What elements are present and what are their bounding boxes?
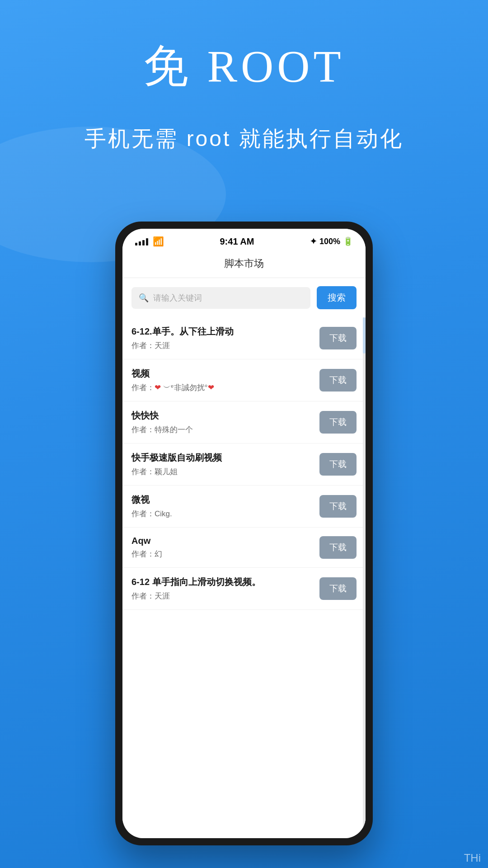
bottom-watermark: THi: [457, 848, 488, 868]
script-name: 6-12 单手指向上滑动切换视频。: [131, 576, 312, 588]
scroll-thumb: [363, 317, 366, 354]
script-list: 6-12.单手。从下往上滑动 作者：天涯 下载 视频 作者：❤ ︶ᵄ非誠勿扰°❤…: [122, 317, 366, 838]
download-button[interactable]: 下载: [319, 536, 357, 559]
hero-section: 免 ROOT 手机无需 root 就能执行自动化: [0, 0, 488, 171]
list-item: 快手极速版自动刷视频 作者：颖儿姐 下载: [122, 443, 366, 486]
script-author: 作者：天涯: [131, 591, 312, 601]
phone-frame: 📶 9:41 AM ✦ 100% 🔋 脚本市场 🔍 请输入关键词 搜索: [115, 222, 373, 845]
script-info: Aqw 作者：幻: [131, 536, 312, 559]
signal-bars-icon: [135, 237, 148, 245]
heart-icon-right: ❤: [208, 383, 214, 392]
heart-icon-left: ❤: [155, 383, 161, 392]
battery-icon: 🔋: [343, 236, 353, 246]
script-author: 作者：Cikg.: [131, 509, 312, 519]
script-info: 快快快 作者：特殊的一个: [131, 410, 312, 435]
list-item: 视频 作者：❤ ︶ᵄ非誠勿扰°❤ 下载: [122, 359, 366, 401]
signal-bar-1: [135, 243, 137, 245]
hero-subtitle: 手机无需 root 就能执行自动化: [0, 124, 488, 153]
scroll-indicator: [363, 317, 366, 838]
script-info: 微视 作者：Cikg.: [131, 494, 312, 519]
bluetooth-icon: ✦: [310, 236, 317, 246]
status-bar: 📶 9:41 AM ✦ 100% 🔋: [122, 229, 366, 250]
script-info: 6-12 单手指向上滑动切换视频。 作者：天涯: [131, 576, 312, 601]
download-button[interactable]: 下载: [319, 327, 357, 349]
script-author: 作者：天涯: [131, 340, 312, 351]
status-time: 9:41 AM: [220, 236, 254, 247]
script-author: 作者：幻: [131, 549, 312, 559]
signal-bar-3: [142, 240, 145, 245]
search-button[interactable]: 搜索: [317, 286, 357, 309]
download-button[interactable]: 下载: [319, 411, 357, 434]
download-button[interactable]: 下载: [319, 577, 357, 600]
signal-bar-2: [139, 241, 141, 245]
script-name: 微视: [131, 494, 312, 506]
script-info: 6-12.单手。从下往上滑动 作者：天涯: [131, 326, 312, 351]
list-item: Aqw 作者：幻 下载: [122, 528, 366, 568]
script-author: 作者：颖儿姐: [131, 467, 312, 477]
search-icon: 🔍: [139, 293, 149, 303]
script-author: 作者：特殊的一个: [131, 425, 312, 435]
script-name: 视频: [131, 368, 312, 380]
search-area: 🔍 请输入关键词 搜索: [122, 278, 366, 317]
list-item: 微视 作者：Cikg. 下载: [122, 486, 366, 528]
hero-title: 免 ROOT: [0, 36, 488, 97]
script-info: 视频 作者：❤ ︶ᵄ非誠勿扰°❤: [131, 368, 312, 393]
wifi-icon: 📶: [153, 236, 164, 247]
script-name: 快手极速版自动刷视频: [131, 452, 312, 464]
battery-percent: 100%: [319, 237, 340, 246]
search-input-wrap[interactable]: 🔍 请输入关键词: [131, 287, 310, 309]
download-button[interactable]: 下载: [319, 495, 357, 518]
list-item: 6-12 单手指向上滑动切换视频。 作者：天涯 下载: [122, 568, 366, 610]
script-name: Aqw: [131, 536, 312, 546]
phone-mockup: 📶 9:41 AM ✦ 100% 🔋 脚本市场 🔍 请输入关键词 搜索: [115, 222, 373, 845]
script-author: 作者：❤ ︶ᵄ非誠勿扰°❤: [131, 382, 312, 393]
list-item: 6-12.单手。从下往上滑动 作者：天涯 下载: [122, 317, 366, 359]
script-name: 6-12.单手。从下往上滑动: [131, 326, 312, 338]
script-name: 快快快: [131, 410, 312, 422]
search-placeholder: 请输入关键词: [153, 292, 202, 303]
list-item: 快快快 作者：特殊的一个 下载: [122, 401, 366, 443]
status-right: ✦ 100% 🔋: [310, 236, 353, 246]
script-info: 快手极速版自动刷视频 作者：颖儿姐: [131, 452, 312, 477]
status-left: 📶: [135, 236, 164, 247]
signal-bar-4: [146, 238, 148, 245]
app-header: 脚本市场: [122, 250, 366, 278]
download-button[interactable]: 下载: [319, 369, 357, 392]
phone-screen: 📶 9:41 AM ✦ 100% 🔋 脚本市场 🔍 请输入关键词 搜索: [122, 229, 366, 838]
download-button[interactable]: 下载: [319, 453, 357, 476]
